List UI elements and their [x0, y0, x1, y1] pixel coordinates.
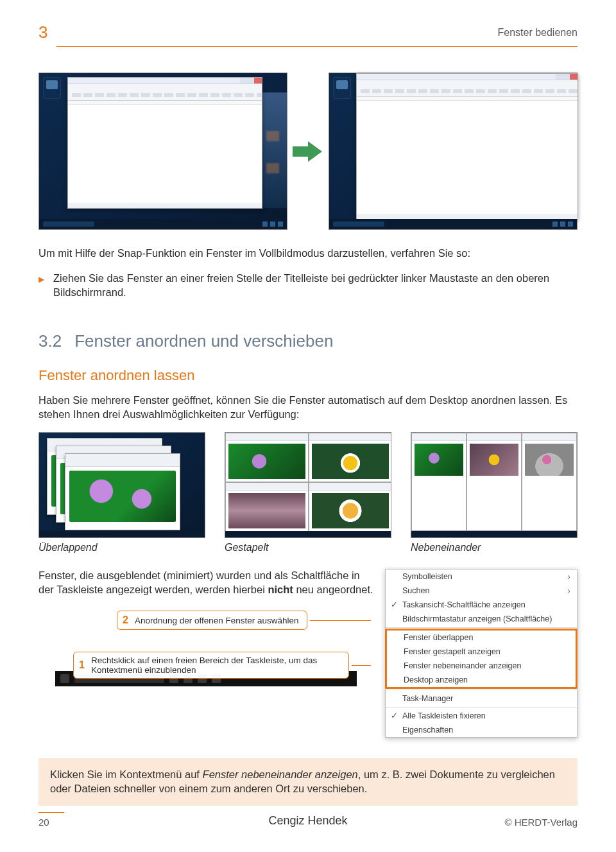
menu-eig[interactable]: Eigenschaften: [386, 723, 577, 737]
caption-overlap: Überlappend: [38, 542, 205, 553]
header-rule: [56, 46, 578, 47]
menu-taskmgr[interactable]: Task-Manager: [386, 691, 577, 706]
page-footer: 20 Cengiz Hendek © HERDT-Verlag: [38, 812, 578, 828]
snap-before-after: [38, 73, 578, 230]
section-heading: 3.2 Fenster anordnen und verschieben: [38, 331, 578, 351]
menu-bildtast[interactable]: Bildschirmtastatur anzeigen (Schaltfläch…: [386, 612, 577, 626]
menu-ueberlappen[interactable]: Fenster überlappen: [387, 630, 576, 645]
author-name: Cengiz Hendek: [38, 814, 578, 828]
menu-separator: [386, 690, 577, 690]
taskbar-context-menu[interactable]: Symbolleisten Suchen Taskansicht-Schaltf…: [385, 569, 578, 738]
menu-separator: [386, 707, 577, 708]
step-number-1: 1: [79, 659, 85, 671]
screenshot-before: [38, 73, 287, 230]
intro-text: Um mit Hilfe der Snap-Funktion ein Fenst…: [38, 247, 578, 261]
chapter-number: 3: [38, 22, 55, 42]
section-title: Fenster anordnen und verschieben: [74, 331, 333, 351]
thumb-overlap: [38, 432, 205, 538]
leader-line: [310, 620, 371, 621]
menu-desktop[interactable]: Desktop anzeigen: [387, 673, 576, 687]
menu-suchen[interactable]: Suchen: [386, 584, 577, 598]
triangle-icon: ▶: [38, 271, 44, 300]
menu-symbolleisten[interactable]: Symbolleisten: [386, 569, 577, 584]
menu-separator: [386, 627, 577, 628]
step-2-text: Anordnung der offenen Fenster auswählen: [135, 616, 299, 625]
screenshot-after: [329, 73, 578, 230]
thumb-sidebyside: [411, 432, 578, 538]
arrange-intro: Haben Sie mehrere Fenster geöffnet, könn…: [38, 394, 578, 422]
tip-box: Klicken Sie im Kontextmenü auf Fenster n…: [38, 758, 578, 806]
leader-line: [352, 665, 371, 666]
arrow-right-icon: [293, 141, 323, 162]
menu-taskansicht[interactable]: Taskansicht-Schaltfläche anzeigen: [386, 598, 577, 612]
callout-step-2: 2 Anordnung der offenen Fenster auswähle…: [117, 611, 307, 630]
step-1-text: Rechtsklick auf einen freien Bereich der…: [91, 656, 341, 675]
menu-highlight: Fenster überlappen Fenster gestapelt anz…: [385, 629, 578, 689]
caption-sidebyside: Nebeneinander: [411, 542, 578, 553]
menu-fix[interactable]: Alle Taskleisten fixieren: [386, 709, 577, 723]
subsection-heading: Fenster anordnen lassen: [38, 367, 578, 384]
footer-rule: [38, 812, 64, 813]
caption-stacked: Gestapelt: [225, 542, 391, 553]
arrangement-thumbnails: Überlappend Gestapelt Nebeneinander: [38, 432, 578, 553]
minimized-note: Fenster, die ausgeblendet (minimiert) wu…: [38, 569, 373, 597]
step-2-row: 2 Anordnung der offenen Fenster auswähle…: [38, 611, 373, 630]
menu-neben[interactable]: Fenster nebeneinander anzeigen: [387, 659, 576, 673]
thumb-stacked: [225, 432, 391, 538]
chapter-title: Fenster bedienen: [55, 27, 578, 39]
step-number-2: 2: [123, 614, 128, 626]
menu-gestapelt[interactable]: Fenster gestapelt anzeigen: [387, 645, 576, 659]
bullet-item: ▶ Ziehen Sie das Fenster an einer freien…: [38, 271, 578, 300]
section-number: 3.2: [38, 331, 62, 351]
bullet-text: Ziehen Sie das Fenster an einer freien S…: [53, 271, 578, 300]
